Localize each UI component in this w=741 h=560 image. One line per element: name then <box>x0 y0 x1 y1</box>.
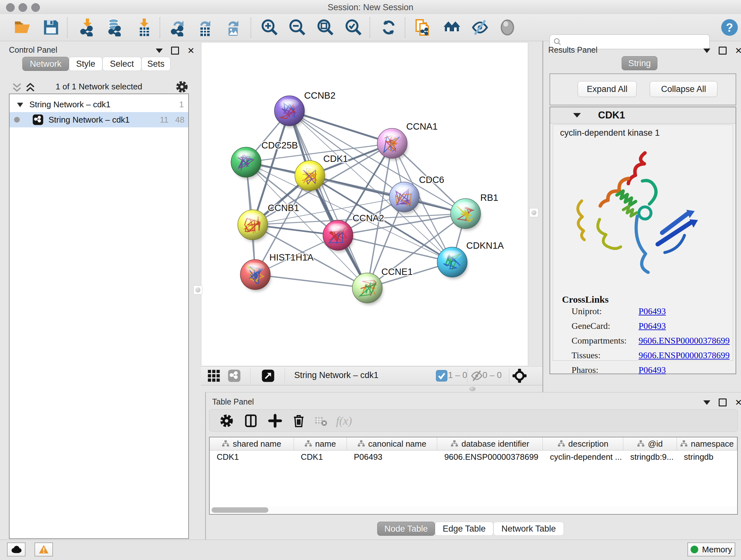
zoom-in-icon[interactable] <box>261 18 279 37</box>
float-panel-icon[interactable] <box>719 398 727 407</box>
gene-expand-icon[interactable] <box>573 113 581 118</box>
table-horizontal-scrollbar[interactable] <box>210 506 737 514</box>
main-toolbar: ? <box>0 14 741 41</box>
svg-text:f(x): f(x) <box>336 415 352 427</box>
network-row-selected[interactable]: String Network – cdk1 11 48 <box>10 112 188 127</box>
table-cell[interactable]: CDK1 <box>210 450 294 463</box>
tab-style[interactable]: Style <box>69 57 103 71</box>
crosslink-link[interactable]: 9606.ENSP00000378699 <box>638 335 730 346</box>
save-session-icon[interactable] <box>42 18 60 37</box>
import-table-icon[interactable] <box>135 18 153 37</box>
collapse-panel-icon[interactable] <box>156 49 163 53</box>
warnings-button[interactable] <box>35 543 53 557</box>
hidden-counts: 0 – 0 <box>482 370 502 380</box>
selected-indicator-checkbox[interactable] <box>436 370 448 381</box>
network-node-RB1[interactable] <box>451 199 481 231</box>
right-splitter-handle[interactable] <box>529 208 538 217</box>
network-graph[interactable]: CCNB2CCNA1CDC25BCDK1CDC6RB1CCNB1CCNA2CDK… <box>201 43 529 367</box>
first-neighbors-icon[interactable] <box>443 18 461 37</box>
network-node-CDC6[interactable] <box>389 182 420 214</box>
tab-network[interactable]: Network <box>22 57 69 71</box>
table-cell[interactable]: P06493 <box>347 450 437 463</box>
export-table-icon[interactable] <box>196 18 214 37</box>
table-cell[interactable]: stringdb <box>677 450 737 463</box>
zoom-out-icon[interactable] <box>288 18 307 37</box>
help-icon[interactable]: ? <box>721 18 738 37</box>
zoom-fit-icon[interactable] <box>317 18 334 37</box>
table-cell[interactable]: stringdb:9... <box>623 450 677 463</box>
toolbar-separator <box>369 17 370 38</box>
collapse-panel-icon[interactable] <box>703 400 711 405</box>
crosslink-link[interactable]: P06493 <box>638 306 666 316</box>
network-canvas[interactable]: CCNB2CCNA1CDC25BCDK1CDC6RB1CCNB1CCNA2CDK… <box>201 42 528 366</box>
network-node-CDKN1A[interactable] <box>437 247 468 279</box>
expand-all-button[interactable]: Expand All <box>578 81 636 97</box>
export-network-icon[interactable] <box>169 18 187 37</box>
column-header-shared-name[interactable]: shared name <box>210 437 294 450</box>
table-cell[interactable]: cyclin-dependent ... <box>543 450 623 463</box>
network-view-icon[interactable] <box>228 369 241 382</box>
show-all-icon[interactable] <box>498 18 516 37</box>
gene-section-header[interactable]: CDK1 <box>550 107 736 124</box>
float-panel-icon[interactable] <box>719 47 727 55</box>
detach-view-icon[interactable] <box>262 369 274 382</box>
collapse-all-button[interactable]: Collapse All <box>650 81 718 97</box>
table-cell[interactable]: CDK1 <box>294 450 347 463</box>
crosslink-link[interactable]: 9606.ENSP00000378699 <box>638 350 730 361</box>
duplicate-network-icon[interactable] <box>414 18 432 37</box>
network-node-HIST1H1A[interactable] <box>240 260 271 292</box>
grid-view-icon[interactable] <box>207 369 220 382</box>
float-panel-icon[interactable] <box>171 47 179 55</box>
column-header-database-identifier[interactable]: database identifier <box>437 437 543 450</box>
network-node-CCNA1[interactable] <box>377 128 408 160</box>
network-node-CDC25B[interactable] <box>231 147 262 179</box>
crosslink-link[interactable]: P06493 <box>638 365 666 375</box>
crosslink-link[interactable]: P06493 <box>638 321 666 331</box>
toggle-columns-icon[interactable] <box>244 414 258 428</box>
add-column-icon[interactable] <box>268 414 282 428</box>
hide-selected-icon[interactable] <box>471 18 489 37</box>
table-settings-gear-icon[interactable] <box>219 414 233 428</box>
network-collection-row[interactable]: String Network – cdk1 1 <box>10 97 188 112</box>
column-header-name[interactable]: name <box>294 437 347 450</box>
tab-node-table[interactable]: Node Table <box>377 522 435 536</box>
scrollbar-thumb[interactable] <box>212 507 268 513</box>
open-session-icon[interactable] <box>13 18 31 37</box>
network-node-CCNA2[interactable] <box>323 220 354 252</box>
network-node-CCNB1[interactable] <box>238 210 268 242</box>
left-splitter-handle[interactable] <box>193 286 202 294</box>
collapse-panel-icon[interactable] <box>703 49 711 53</box>
close-panel-icon[interactable]: ✕ <box>735 398 741 407</box>
column-header-namespace[interactable]: namespace <box>677 437 737 450</box>
network-options-gear-icon[interactable] <box>176 80 188 93</box>
control-panel-window-controls: ✕ <box>156 46 195 55</box>
table-cell[interactable]: 9606.ENSP00000378699 <box>437 450 543 463</box>
column-header-description[interactable]: description <box>543 437 623 450</box>
tab-network-table[interactable]: Network Table <box>493 522 564 536</box>
column-header--id[interactable]: @id <box>623 437 677 450</box>
birds-eye-toggle-icon[interactable] <box>513 369 527 383</box>
column-header-canonical-name[interactable]: canonical name <box>347 437 437 450</box>
tab-select[interactable]: Select <box>103 57 141 71</box>
network-edge[interactable] <box>255 274 367 288</box>
cloud-status-button[interactable] <box>7 543 25 557</box>
delete-column-icon[interactable] <box>292 414 306 428</box>
results-panel-title: Results Panel <box>548 45 597 55</box>
apply-layout-icon[interactable] <box>380 18 398 37</box>
import-network-database-icon[interactable] <box>107 18 125 37</box>
close-panel-icon[interactable]: ✕ <box>735 46 741 55</box>
tab-edge-table[interactable]: Edge Table <box>435 522 493 536</box>
tab-sets[interactable]: Sets <box>141 57 171 71</box>
close-panel-icon[interactable]: ✕ <box>187 46 195 55</box>
network-node-label: CCNB2 <box>304 90 335 101</box>
network-node-CCNE1[interactable] <box>352 273 383 305</box>
table-row[interactable]: CDK1CDK1P064939606.ENSP00000378699cyclin… <box>210 450 737 463</box>
node-table[interactable]: shared namenamecanonical namedatabase id… <box>209 437 738 515</box>
horizontal-splitter-handle[interactable] <box>469 387 475 391</box>
memory-button[interactable]: Memory <box>687 543 735 557</box>
export-image-icon[interactable] <box>224 18 242 37</box>
import-network-file-icon[interactable] <box>78 18 96 37</box>
zoom-selected-icon[interactable] <box>345 18 362 37</box>
tab-string[interactable]: String <box>622 56 657 70</box>
collection-expand-icon[interactable] <box>17 102 23 108</box>
